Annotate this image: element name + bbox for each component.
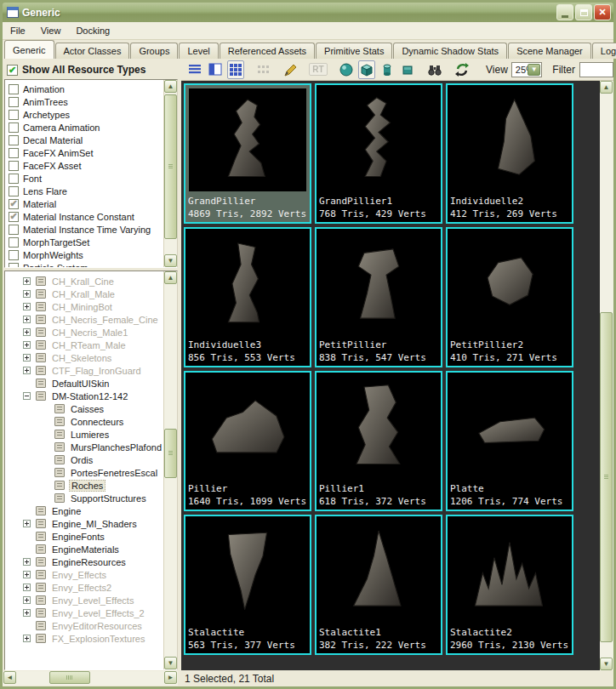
split-view-icon[interactable] <box>207 60 224 79</box>
tree-item[interactable]: CTF_Flag_IronGuard <box>5 364 162 377</box>
expand-plus-icon[interactable] <box>23 558 31 566</box>
tree-item-label[interactable]: PortesFenetresEscal <box>69 468 159 478</box>
show-all-checkbox-icon[interactable]: ✔ <box>7 65 18 76</box>
menu-item-view[interactable]: View <box>33 23 69 38</box>
resource-type-row[interactable]: MorphWeights <box>9 248 162 261</box>
checkbox-icon[interactable] <box>9 97 19 107</box>
cube-primitive-icon[interactable] <box>358 60 375 79</box>
scrollbar-thumb[interactable] <box>164 429 177 478</box>
tab-primitive-stats[interactable]: Primitive Stats <box>316 43 392 59</box>
tree-item[interactable]: Envy_Level_Effects <box>5 594 162 606</box>
expand-plus-icon[interactable] <box>23 277 31 285</box>
minimize-button[interactable] <box>556 4 573 20</box>
tree-item[interactable]: Envy_Level_Effects_2 <box>5 606 162 619</box>
asset-tile[interactable]: Stalactite563 Tris, 377 Verts <box>184 515 311 655</box>
tab-groups[interactable]: Groups <box>130 43 178 59</box>
asset-tile[interactable]: Individuelle3856 Tris, 553 Verts <box>184 227 311 367</box>
resource-list-scrollbar[interactable]: ▲ ▼ <box>163 80 177 267</box>
sphere-primitive-icon[interactable] <box>338 60 355 79</box>
binoculars-icon[interactable] <box>426 60 443 79</box>
resource-type-row[interactable]: Material Instance Time Varying <box>9 223 162 236</box>
tree-item-label[interactable]: MursPlanchesPlafond <box>69 442 163 453</box>
wand-icon[interactable] <box>282 60 299 79</box>
cylinder-primitive-icon[interactable] <box>379 60 396 79</box>
tree-item-label[interactable]: DefaultUISkin <box>50 379 111 389</box>
tab-actor-classes[interactable]: Actor Classes <box>55 43 130 59</box>
plane-primitive-icon[interactable] <box>399 60 416 79</box>
resource-type-row[interactable]: AnimTrees <box>9 95 162 108</box>
tree-item[interactable]: CH_MiningBot <box>5 300 162 313</box>
resource-type-row[interactable]: ✔Material <box>9 197 162 210</box>
scroll-up-button[interactable]: ▲ <box>164 80 177 93</box>
tab-log[interactable]: Log <box>592 43 616 59</box>
tree-item-label[interactable]: CH_RTeam_Male <box>50 340 128 350</box>
resource-type-row[interactable]: Archetypes <box>9 108 162 121</box>
menu-item-file[interactable]: File <box>3 23 33 38</box>
resource-type-row[interactable]: Lens Flare <box>9 185 162 197</box>
tree-item-label[interactable]: Envy_Level_Effects_2 <box>50 608 146 618</box>
tree-item-label[interactable]: SupportStructures <box>69 493 148 504</box>
tree-item-label[interactable]: Ordis <box>69 455 94 465</box>
tree-item-label[interactable]: Engine_MI_Shaders <box>50 519 139 529</box>
tree-item[interactable]: Ordis <box>5 453 162 466</box>
asset-tile[interactable]: Individuelle2412 Tris, 269 Verts <box>446 83 573 224</box>
checkbox-icon[interactable] <box>9 225 19 235</box>
tree-item-label[interactable]: Engine <box>50 506 83 516</box>
tree-item[interactable]: Lumieres <box>5 428 162 441</box>
scrollbar-thumb[interactable] <box>49 671 90 684</box>
tree-item[interactable]: CH_Skeletons <box>5 351 162 364</box>
tree-item[interactable]: Envy_Effects2 <box>5 581 162 594</box>
list-view-icon[interactable] <box>186 60 203 79</box>
tree-item-label[interactable]: Roches <box>69 480 106 492</box>
tree-item-label[interactable]: Envy_Effects2 <box>50 583 113 593</box>
tree-item[interactable]: CH_Necris_Female_Cine <box>5 313 162 326</box>
collapse-minus-icon[interactable] <box>23 392 31 400</box>
tree-item[interactable]: MursPlanchesPlafond <box>5 441 162 453</box>
tree-item-label[interactable]: Lumieres <box>69 430 111 440</box>
tree-item[interactable]: CH_Krall_Male <box>5 288 162 300</box>
expand-plus-icon[interactable] <box>23 328 31 336</box>
tree-item-label[interactable]: Caisses <box>69 404 106 414</box>
tree-item-label[interactable]: DM-Station12-142 <box>50 391 129 401</box>
expand-plus-icon[interactable] <box>23 520 31 527</box>
asset-tile[interactable]: Pillier1640 Tris, 1099 Verts <box>184 371 311 511</box>
expand-plus-icon[interactable] <box>23 303 31 310</box>
menu-item-docking[interactable]: Docking <box>68 23 117 38</box>
scrollbar-thumb[interactable] <box>164 94 177 239</box>
tree-item[interactable]: FX_ExplosionTextures <box>5 632 162 645</box>
tree-item-label[interactable]: EngineFonts <box>50 532 106 542</box>
tree-item[interactable]: EngineMaterials <box>5 543 162 555</box>
tree-item[interactable]: Roches <box>5 479 162 492</box>
tab-level[interactable]: Level <box>179 43 218 59</box>
resource-type-row[interactable]: FaceFX AnimSet <box>9 146 162 159</box>
tree-item-label[interactable]: CH_Skeletons <box>50 353 113 363</box>
tree-item-label[interactable]: CH_Necris_Female_Cine <box>50 315 160 325</box>
tree-item-label[interactable]: CTF_Flag_IronGuard <box>50 366 143 376</box>
scroll-down-button[interactable]: ▼ <box>164 254 177 267</box>
resource-type-row[interactable]: Camera Animation <box>9 121 162 134</box>
rt-button[interactable]: RT <box>309 60 328 79</box>
asset-tile[interactable]: GrandPillier4869 Tris, 2892 Verts <box>184 83 311 224</box>
close-button[interactable]: ✕ <box>594 4 611 20</box>
scroll-up-button[interactable]: ▲ <box>600 81 613 94</box>
expand-plus-icon[interactable] <box>23 609 31 617</box>
asset-tile[interactable]: Platte1206 Tris, 774 Verts <box>446 371 573 511</box>
restore-button[interactable] <box>575 4 592 20</box>
resource-type-row[interactable]: Font <box>9 172 162 185</box>
tree-item-label[interactable]: EnvyEditorResources <box>50 621 144 631</box>
asset-tile[interactable]: PetitPillier2410 Tris, 271 Verts <box>446 227 573 367</box>
resource-type-row[interactable]: Particle System <box>9 261 162 268</box>
checkbox-icon[interactable] <box>9 250 19 260</box>
tab-dynamic-shadow-stats[interactable]: Dynamic Shadow Stats <box>393 43 507 59</box>
expand-plus-icon[interactable] <box>23 316 31 323</box>
asset-tile[interactable]: GrandPillier1768 Tris, 429 Verts <box>315 83 442 224</box>
tree-item-label[interactable]: EngineMaterials <box>50 544 121 555</box>
tab-generic[interactable]: Generic <box>4 40 54 59</box>
tree-item[interactable]: EngineFonts <box>5 530 162 543</box>
checkbox-icon[interactable]: ✔ <box>9 212 19 222</box>
tree-item[interactable]: Engine <box>5 504 162 517</box>
checkbox-icon[interactable] <box>9 110 19 120</box>
expand-plus-icon[interactable] <box>23 354 31 362</box>
tree-item[interactable]: DM-Station12-142 <box>5 390 162 402</box>
tree-item-label[interactable]: CH_MiningBot <box>50 302 114 312</box>
